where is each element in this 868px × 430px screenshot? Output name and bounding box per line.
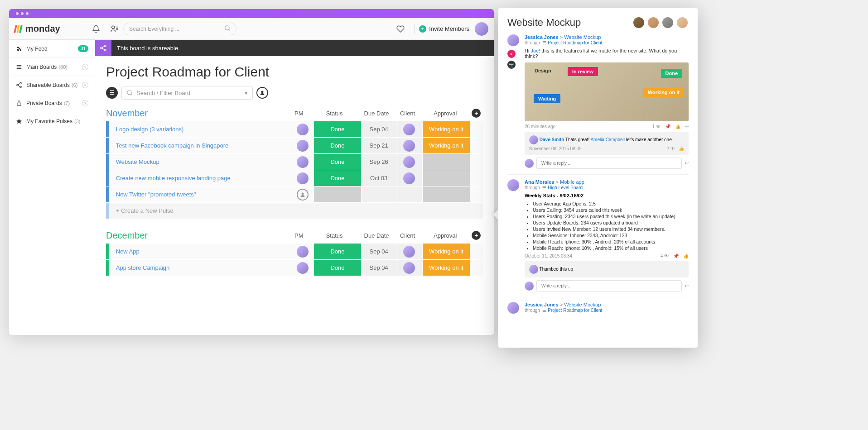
- pulse-row[interactable]: Test new Facebook campaign in Singapore …: [106, 138, 483, 154]
- status-cell[interactable]: Done: [313, 138, 362, 153]
- pm-cell[interactable]: [292, 186, 313, 202]
- add-column-button[interactable]: +: [470, 231, 483, 240]
- client-cell[interactable]: [396, 244, 422, 259]
- unassigned-avatar[interactable]: [297, 189, 309, 201]
- post-attachment-image[interactable]: DesignIn reviewDoneWaitingWorking on it: [525, 62, 689, 121]
- panel-members[interactable]: [632, 16, 689, 29]
- client-cell[interactable]: [396, 170, 422, 186]
- help-icon[interactable]: ?: [82, 100, 88, 106]
- due-date-cell[interactable]: [361, 186, 396, 202]
- due-date-cell[interactable]: Sep 04: [361, 121, 396, 137]
- people-icon[interactable]: [109, 24, 120, 34]
- pulse-row[interactable]: Logo design (3 variations) Done Sep 04 W…: [106, 121, 483, 138]
- invite-members-button[interactable]: + Invite Members: [419, 25, 469, 33]
- column-header-client[interactable]: Client: [394, 110, 421, 117]
- current-user-avatar[interactable]: [475, 22, 488, 36]
- post-author-avatar[interactable]: [507, 179, 519, 191]
- pm-cell[interactable]: [292, 244, 313, 259]
- approval-cell[interactable]: Working on it: [422, 244, 470, 259]
- status-cell[interactable]: Done: [313, 244, 362, 259]
- new-pulse-row[interactable]: + Create a New Pulse: [106, 203, 483, 219]
- client-cell[interactable]: [396, 186, 422, 202]
- sidebar-item[interactable]: Private Boards (7) ?: [9, 94, 95, 112]
- reply-icon[interactable]: ↩: [685, 124, 689, 129]
- pulse-row[interactable]: New Twitter "promoted tweets": [106, 186, 483, 203]
- sidebar-item[interactable]: My Feed 31: [9, 40, 95, 58]
- group-title[interactable]: November: [106, 108, 288, 119]
- pulse-row[interactable]: New App Done Sep 04 Working on it: [106, 244, 483, 260]
- approval-cell[interactable]: [422, 154, 470, 170]
- bell-icon[interactable]: [91, 24, 101, 34]
- post-author[interactable]: Jessica Jones: [525, 302, 559, 307]
- share-icon[interactable]: [95, 40, 111, 56]
- column-header-due[interactable]: Due Date: [359, 232, 394, 239]
- post-author-avatar[interactable]: [507, 34, 519, 46]
- due-date-cell[interactable]: Sep 26: [361, 154, 396, 170]
- reply-author[interactable]: Dave Smith: [540, 137, 564, 142]
- client-cell[interactable]: [396, 121, 422, 137]
- reply-input[interactable]: [536, 158, 682, 169]
- pm-cell[interactable]: [292, 260, 313, 276]
- pulse-name[interactable]: Logo design (3 variations): [109, 126, 292, 133]
- share-action-icon[interactable]: <: [507, 50, 516, 58]
- approval-cell[interactable]: [422, 186, 470, 202]
- due-date-cell[interactable]: Sep 04: [361, 244, 396, 259]
- pulse-row[interactable]: Create new mobile responsive landing pag…: [106, 170, 483, 186]
- pm-avatar[interactable]: [297, 124, 309, 135]
- add-column-button[interactable]: +: [470, 109, 483, 118]
- camera-action-icon[interactable]: 📷: [507, 61, 516, 69]
- pulse-row[interactable]: App store Campaign Done Sep 04 Working o…: [106, 260, 483, 276]
- status-cell[interactable]: Done: [313, 121, 362, 137]
- column-header-status[interactable]: Status: [310, 232, 359, 239]
- due-date-cell[interactable]: Sep 21: [361, 138, 396, 153]
- pm-avatar[interactable]: [297, 172, 309, 184]
- status-cell[interactable]: Done: [313, 170, 362, 186]
- column-header-client[interactable]: Client: [394, 232, 421, 239]
- approval-cell[interactable]: [422, 170, 470, 186]
- column-header-due[interactable]: Due Date: [359, 110, 394, 117]
- column-header-pm[interactable]: PM: [288, 110, 310, 117]
- post-target[interactable]: Website Mockup: [564, 34, 601, 40]
- pulse-name[interactable]: App store Campaign: [109, 264, 292, 271]
- status-cell[interactable]: Done: [313, 260, 362, 276]
- post-author[interactable]: Jessica Jones: [525, 34, 559, 40]
- post-author[interactable]: Ana Morales: [525, 179, 554, 185]
- pm-avatar[interactable]: [297, 262, 309, 274]
- client-cell[interactable]: [396, 138, 422, 153]
- status-cell[interactable]: [313, 186, 362, 202]
- board-filter-input[interactable]: Search / Filter Board ▾: [121, 86, 253, 100]
- pulse-row[interactable]: Website Mockup Done Sep 26: [106, 154, 483, 170]
- sidebar-item[interactable]: Shareable Boards (6) ?: [9, 76, 95, 94]
- column-header-pm[interactable]: PM: [288, 232, 310, 239]
- post-target[interactable]: Website Mockup: [564, 302, 601, 307]
- person-filter-button[interactable]: [256, 87, 268, 99]
- pulse-name[interactable]: Website Mockup: [109, 158, 292, 165]
- client-cell[interactable]: [396, 154, 422, 170]
- post-author-avatar[interactable]: [507, 302, 519, 314]
- logo[interactable]: monday: [14, 24, 87, 34]
- heart-icon[interactable]: [395, 24, 406, 34]
- status-cell[interactable]: Done: [313, 154, 362, 170]
- post-target[interactable]: Mobile app: [560, 179, 584, 185]
- approval-cell[interactable]: Working on it: [422, 260, 470, 276]
- column-header-status[interactable]: Status: [310, 110, 359, 117]
- pin-icon[interactable]: 📌: [673, 253, 679, 258]
- column-header-approval[interactable]: Approval: [421, 110, 470, 117]
- column-header-approval[interactable]: Approval: [421, 232, 470, 239]
- pulse-name[interactable]: New Twitter "promoted tweets": [109, 191, 292, 198]
- pm-avatar[interactable]: [297, 156, 309, 168]
- pm-cell[interactable]: [292, 170, 313, 186]
- approval-cell[interactable]: Working on it: [422, 121, 470, 137]
- pm-avatar[interactable]: [297, 246, 309, 258]
- sidebar-item[interactable]: My Favorite Pulses (3): [9, 112, 95, 130]
- sidebar-item[interactable]: Main Boards (80) ?: [9, 58, 95, 76]
- mention[interactable]: Joe!: [530, 48, 540, 53]
- pm-cell[interactable]: [292, 138, 313, 153]
- approval-cell[interactable]: Working on it: [422, 138, 470, 153]
- reply-send-icon[interactable]: ↩: [685, 283, 689, 289]
- pulse-name[interactable]: New App: [109, 248, 292, 255]
- pin-icon[interactable]: 📌: [665, 124, 670, 129]
- pm-avatar[interactable]: [297, 140, 309, 152]
- like-icon[interactable]: 👍: [675, 124, 680, 129]
- help-icon[interactable]: ?: [82, 82, 88, 88]
